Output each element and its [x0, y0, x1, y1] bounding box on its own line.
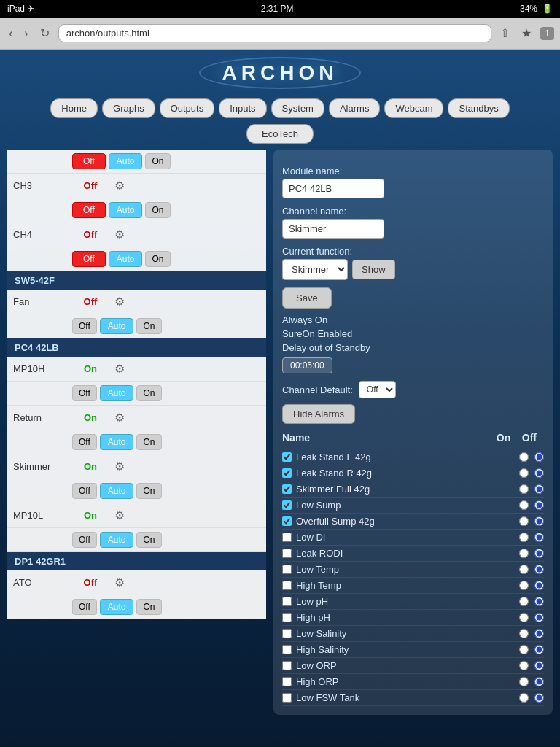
ato-auto-button[interactable]: Auto	[100, 599, 134, 615]
alarm-checkbox-low-sump[interactable]	[282, 500, 292, 510]
skimmer-on-button[interactable]: On	[136, 483, 161, 499]
alarm-checkbox-high-ph[interactable]	[282, 613, 292, 622]
alarm-radio-on-low-di[interactable]	[519, 533, 529, 542]
alarm-radio-off-low-temp[interactable]	[534, 565, 544, 574]
ch4-gear-button[interactable]: ⚙	[113, 226, 126, 243]
nav-inputs[interactable]: Inputs	[219, 98, 266, 118]
ch4-auto-button[interactable]: Auto	[109, 251, 143, 267]
ch3-auto-button[interactable]: Auto	[109, 202, 143, 218]
ch3-off-button[interactable]: Off	[72, 202, 106, 218]
alarm-radio-off-high-salinity[interactable]	[534, 645, 544, 654]
alarm-radio-off-low-fsw-tank[interactable]	[534, 693, 544, 703]
alarm-radio-off-leak-stand-f[interactable]	[534, 452, 544, 462]
ch4-off-button[interactable]: Off	[72, 251, 106, 267]
alarm-radio-off-skimmer-full[interactable]	[534, 484, 544, 494]
alarm-radio-on-high-orp[interactable]	[519, 677, 529, 686]
skimmer-off-button[interactable]: Off	[72, 483, 97, 499]
alarm-radio-off-low-salinity[interactable]	[534, 629, 544, 638]
channel-name-input[interactable]	[282, 219, 384, 239]
alarm-radio-on-high-temp[interactable]	[519, 581, 529, 590]
alarm-radio-on-high-ph[interactable]	[519, 613, 529, 622]
alarm-checkbox-low-fsw-tank[interactable]	[282, 693, 292, 703]
share-button[interactable]: ⇧	[497, 23, 513, 43]
alarm-radio-on-leak-stand-f[interactable]	[519, 452, 529, 462]
tab-count[interactable]: 1	[540, 27, 554, 40]
alarm-checkbox-low-orp[interactable]	[282, 661, 292, 670]
nav-standbys[interactable]: Standbys	[448, 98, 509, 118]
alarm-radio-off-high-orp[interactable]	[534, 677, 544, 686]
alarm-radio-on-high-salinity[interactable]	[519, 645, 529, 654]
return-auto-button[interactable]: Auto	[100, 434, 134, 450]
bookmark-button[interactable]: ★	[518, 23, 534, 43]
function-select[interactable]: Skimmer	[282, 259, 348, 280]
alarm-radio-on-low-ph[interactable]	[519, 597, 529, 606]
alarm-radio-off-low-di[interactable]	[534, 533, 544, 542]
ato-on-button[interactable]: On	[136, 599, 161, 615]
alarm-radio-off-low-sump[interactable]	[534, 500, 544, 510]
alarm-radio-off-low-ph[interactable]	[534, 597, 544, 606]
alarm-checkbox-low-temp[interactable]	[282, 565, 292, 574]
alarm-radio-on-overfull-sump[interactable]	[519, 516, 529, 526]
show-button[interactable]: Show	[352, 260, 395, 279]
nav-graphs[interactable]: Graphs	[102, 98, 155, 118]
nav-webcam[interactable]: Webcam	[384, 98, 443, 118]
alarm-checkbox-leak-rodi[interactable]	[282, 549, 292, 558]
ato-gear-button[interactable]: ⚙	[113, 574, 126, 591]
alarm-checkbox-skimmer-full[interactable]	[282, 484, 292, 494]
off-button[interactable]: Off	[72, 153, 106, 169]
back-button[interactable]: ‹	[6, 24, 15, 43]
alarm-checkbox-high-orp[interactable]	[282, 677, 292, 686]
skimmer-gear-button[interactable]: ⚙	[113, 458, 126, 475]
alarm-checkbox-low-ph[interactable]	[282, 597, 292, 606]
alarm-radio-off-overfull-sump[interactable]	[534, 516, 544, 526]
on-button[interactable]: On	[145, 153, 170, 169]
hide-alarms-button[interactable]: Hide Alarms	[282, 404, 355, 424]
alarm-checkbox-high-temp[interactable]	[282, 581, 292, 590]
alarm-radio-on-leak-stand-r[interactable]	[519, 468, 529, 478]
alarm-checkbox-low-di[interactable]	[282, 533, 292, 542]
ch4-on-button[interactable]: On	[145, 251, 170, 267]
mp10l-auto-button[interactable]: Auto	[100, 532, 134, 548]
fan-auto-button[interactable]: Auto	[100, 318, 134, 334]
ch3-gear-button[interactable]: ⚙	[113, 177, 126, 194]
alarm-radio-on-skimmer-full[interactable]	[519, 484, 529, 494]
alarm-radio-on-low-sump[interactable]	[519, 500, 529, 510]
nav-outputs[interactable]: Outputs	[160, 98, 215, 118]
alarm-radio-off-high-temp[interactable]	[534, 581, 544, 590]
ch3-on-button[interactable]: On	[145, 202, 170, 218]
nav-system[interactable]: System	[271, 98, 324, 118]
return-off-button[interactable]: Off	[72, 434, 97, 450]
alarm-radio-on-low-temp[interactable]	[519, 565, 529, 574]
fan-on-button[interactable]: On	[136, 318, 161, 334]
fan-off-button[interactable]: Off	[72, 318, 97, 334]
reload-button[interactable]: ↻	[37, 23, 52, 43]
alarm-radio-on-low-salinity[interactable]	[519, 629, 529, 638]
skimmer-auto-button[interactable]: Auto	[100, 483, 134, 499]
alarm-radio-on-low-fsw-tank[interactable]	[519, 693, 529, 703]
url-bar[interactable]	[58, 24, 492, 42]
alarm-checkbox-low-salinity[interactable]	[282, 629, 292, 638]
ato-off-button[interactable]: Off	[72, 599, 97, 615]
nav-ecotech[interactable]: EcoTech	[246, 124, 314, 144]
alarm-radio-off-leak-stand-r[interactable]	[534, 468, 544, 478]
fan-gear-button[interactable]: ⚙	[113, 293, 126, 310]
alarm-radio-on-low-orp[interactable]	[519, 661, 529, 670]
module-name-input[interactable]	[282, 179, 384, 198]
alarm-radio-on-leak-rodi[interactable]	[519, 549, 529, 558]
save-button[interactable]: Save	[282, 287, 332, 309]
return-gear-button[interactable]: ⚙	[113, 409, 126, 426]
nav-alarms[interactable]: Alarms	[329, 98, 380, 118]
alarm-checkbox-overfull-sump[interactable]	[282, 516, 292, 526]
alarm-checkbox-high-salinity[interactable]	[282, 645, 292, 654]
alarm-radio-off-high-ph[interactable]	[534, 613, 544, 622]
channel-default-select[interactable]: Off On	[359, 381, 396, 398]
alarm-checkbox-leak-stand-f[interactable]	[282, 452, 292, 462]
return-on-button[interactable]: On	[136, 434, 161, 450]
mp10l-gear-button[interactable]: ⚙	[113, 507, 126, 524]
alarm-radio-off-low-orp[interactable]	[534, 661, 544, 670]
mp10l-off-button[interactable]: Off	[72, 532, 97, 548]
mp10h-gear-button[interactable]: ⚙	[113, 360, 126, 377]
mp10h-off-button[interactable]: Off	[72, 385, 97, 401]
alarm-checkbox-leak-stand-r[interactable]	[282, 468, 292, 478]
nav-home[interactable]: Home	[50, 98, 98, 118]
